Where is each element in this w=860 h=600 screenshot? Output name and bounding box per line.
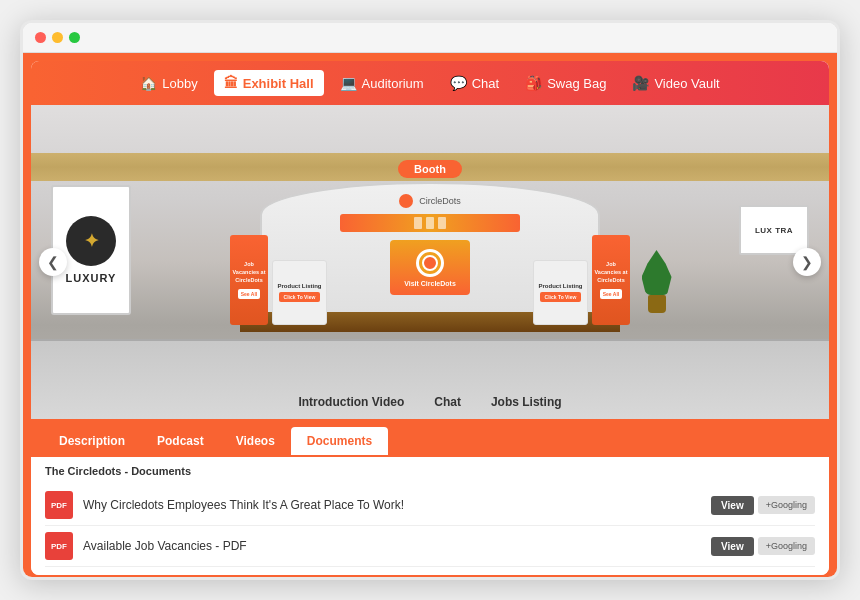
left-sign-label: LUXURY	[66, 272, 117, 284]
browser-body: 🏠 Lobby 🏛 Exhibit Hall 💻 Auditorium 💬 Ch…	[23, 53, 837, 580]
auditorium-icon: 💻	[340, 75, 357, 91]
banner-right-tall-text: Job Vacancies at CircleDots	[594, 261, 628, 284]
doc-googling-btn-2[interactable]: +Googling	[758, 537, 815, 555]
side-banners: Job Vacancies at CircleDots See All Prod…	[230, 235, 630, 325]
dot-green	[69, 32, 80, 43]
banner-right-tall[interactable]: Job Vacancies at CircleDots See All	[592, 235, 630, 325]
action-jobs-listing[interactable]: Jobs Listing	[491, 395, 562, 409]
dot-red	[35, 32, 46, 43]
banner-left-short[interactable]: Product Listing Click To View	[272, 260, 327, 325]
banner-right-short-title: Product Listing	[539, 283, 583, 289]
banner-left-short-title: Product Listing	[278, 283, 322, 289]
stripe-bar-1	[414, 217, 422, 229]
stripe-bar-3	[438, 217, 446, 229]
nav-item-swag-bag[interactable]: 🎒 Swag Bag	[515, 70, 616, 96]
banner-right-tall-btn[interactable]: See All	[600, 289, 623, 299]
prev-arrow[interactable]: ❮	[39, 248, 67, 276]
booth-logo-area: CircleDots	[399, 194, 461, 208]
booth-label: Booth	[398, 160, 462, 178]
nav-item-auditorium[interactable]: 💻 Auditorium	[330, 70, 434, 96]
left-sign: ✦ LUXURY	[51, 185, 131, 315]
left-sign-logo: ✦	[66, 216, 116, 266]
nav-bar: 🏠 Lobby 🏛 Exhibit Hall 💻 Auditorium 💬 Ch…	[31, 61, 829, 105]
documents-title: The Circledots - Documents	[45, 465, 815, 477]
doc-row-1: PDF Why Circledots Employees Think It's …	[45, 485, 815, 526]
booth-logo-circle	[399, 194, 413, 208]
tabs-panel: Description Podcast Videos Documents	[31, 419, 829, 455]
banner-left-tall-text: Job Vacancies at CircleDots	[232, 261, 266, 284]
action-chat[interactable]: Chat	[434, 395, 461, 409]
plant-pot	[648, 295, 666, 313]
tab-documents[interactable]: Documents	[291, 427, 388, 455]
plant	[639, 250, 674, 315]
booth-area: ✦ LUXURY LUX TRA Booth	[31, 105, 829, 419]
doc-view-btn-1[interactable]: View	[711, 496, 754, 515]
doc-name-1: Why Circledots Employees Think It's A Gr…	[83, 498, 701, 512]
chat-icon: 💬	[450, 75, 467, 91]
browser-titlebar	[23, 23, 837, 53]
booth-actions: Introduction Video Chat Jobs Listing	[298, 395, 561, 409]
banner-right-short[interactable]: Product Listing Click To View	[533, 260, 588, 325]
inner-window: 🏠 Lobby 🏛 Exhibit Hall 💻 Auditorium 💬 Ch…	[31, 61, 829, 575]
pdf-icon-2: PDF	[45, 532, 73, 560]
banner-group-right: Product Listing Click To View Job Vacanc…	[533, 235, 630, 325]
tab-videos[interactable]: Videos	[220, 427, 291, 455]
doc-row-2: PDF Available Job Vacancies - PDF View +…	[45, 526, 815, 567]
left-chevron-icon: ❮	[47, 254, 59, 270]
tab-podcast[interactable]: Podcast	[141, 427, 220, 455]
banner-group-left: Job Vacancies at CircleDots See All Prod…	[230, 235, 327, 325]
doc-name-2: Available Job Vacancies - PDF	[83, 539, 701, 553]
video-vault-icon: 🎥	[632, 75, 649, 91]
doc-googling-btn-1[interactable]: +Googling	[758, 496, 815, 514]
right-monitor: LUX TRA	[739, 205, 809, 255]
home-icon: 🏠	[140, 75, 157, 91]
doc-view-btn-2[interactable]: View	[711, 537, 754, 556]
doc-actions-1: View +Googling	[711, 496, 815, 515]
nav-item-lobby[interactable]: 🏠 Lobby	[130, 70, 207, 96]
banner-left-short-btn[interactable]: Click To View	[279, 292, 321, 302]
banner-left-tall-btn[interactable]: See All	[238, 289, 261, 299]
browser-window: 🏠 Lobby 🏛 Exhibit Hall 💻 Auditorium 💬 Ch…	[20, 20, 840, 580]
stripe-bar-2	[426, 217, 434, 229]
booth-stripe	[340, 214, 520, 232]
banner-left-tall[interactable]: Job Vacancies at CircleDots See All	[230, 235, 268, 325]
right-monitor-text: LUX TRA	[753, 224, 795, 237]
right-chevron-icon: ❯	[801, 254, 813, 270]
plant-leaves	[642, 250, 672, 295]
tab-description[interactable]: Description	[43, 427, 141, 455]
documents-panel: The Circledots - Documents PDF Why Circl…	[31, 455, 829, 575]
exhibit-hall-icon: 🏛	[224, 75, 238, 91]
pdf-icon-1: PDF	[45, 491, 73, 519]
doc-actions-2: View +Googling	[711, 537, 815, 556]
swag-bag-icon: 🎒	[525, 75, 542, 91]
nav-item-chat[interactable]: 💬 Chat	[440, 70, 509, 96]
nav-item-exhibit-hall[interactable]: 🏛 Exhibit Hall	[214, 70, 324, 96]
banner-right-short-btn[interactable]: Click To View	[540, 292, 582, 302]
action-intro-video[interactable]: Introduction Video	[298, 395, 404, 409]
nav-item-video-vault[interactable]: 🎥 Video Vault	[622, 70, 729, 96]
booth-company-name: CircleDots	[419, 196, 461, 206]
next-arrow[interactable]: ❯	[793, 248, 821, 276]
dot-yellow	[52, 32, 63, 43]
